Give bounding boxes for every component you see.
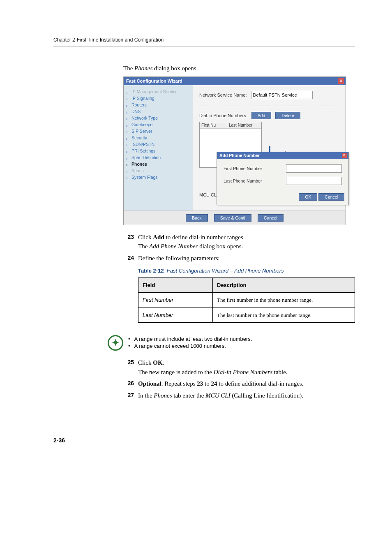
dialin-numbers-label: Dial-in Phone Numbers: [199, 113, 247, 118]
cell-field: First Number [138, 293, 213, 308]
nav-label: Network Type [131, 116, 158, 120]
popup-title: Add Phone Number [219, 153, 260, 158]
text: (Calling Line Identification). [231, 392, 303, 399]
last-phone-input[interactable] [286, 177, 342, 185]
col-last-number: Last Number [227, 122, 261, 128]
col-description: Description [213, 278, 355, 293]
intro-text: The Phones dialog box opens. [123, 64, 355, 73]
text: The new range is added to the [138, 369, 214, 375]
wizard-main: Network Service Name: Dial-in Phone Numb… [193, 85, 346, 210]
text-em: Phones [134, 65, 152, 72]
nav-label: SIP Server [131, 129, 152, 134]
table-row: Last Number The last number in the phone… [138, 308, 355, 323]
delete-button[interactable]: Delete [275, 112, 300, 119]
window-titlebar: Fast Configuration Wizard × [124, 77, 346, 85]
back-button[interactable]: Back [186, 214, 208, 222]
text: Click [138, 234, 153, 240]
nav-network-type[interactable]: Network Type [125, 115, 191, 121]
add-button[interactable]: Add [251, 112, 272, 119]
chevron-right-icon [126, 143, 129, 146]
step-number: 24 [123, 254, 134, 331]
service-name-label: Network Service Name: [199, 92, 247, 97]
text-bold: Add [153, 234, 164, 240]
nav-label: IP Signaling [131, 96, 154, 101]
chevron-right-icon [126, 90, 129, 93]
nav-pri-settings[interactable]: PRI Settings [125, 148, 191, 154]
text: The [138, 243, 149, 250]
service-name-input[interactable] [251, 91, 313, 99]
text-bold: OK [153, 359, 162, 366]
step-number: 23 [123, 233, 134, 251]
nav-phones[interactable]: Phones [125, 161, 191, 167]
nav-security[interactable]: Security [125, 134, 191, 141]
chevron-right-icon [126, 162, 129, 165]
text: to define additional dial-in ranges. [217, 380, 304, 387]
nav-label: Routers [131, 102, 147, 107]
screenshot-wizard: Fast Configuration Wizard × IP Managemen… [123, 76, 345, 225]
table-caption: Table 2-12 Fast Configuration Wizard – A… [138, 267, 355, 275]
nav-routers[interactable]: Routers [125, 102, 191, 108]
nav-dns[interactable]: DNS [125, 108, 191, 115]
chevron-right-icon [126, 103, 129, 106]
step-24: 24 Define the following parameters: Tabl… [123, 254, 355, 331]
cell-desc: The last number in the phone number rang… [213, 308, 355, 323]
wizard-footer: Back Save & Conti Cancel [124, 210, 346, 225]
note-icon: ✦ [108, 335, 123, 351]
nav-ip-management[interactable]: IP Management Service [125, 88, 191, 95]
nav-ip-signaling[interactable]: IP Signaling [125, 95, 191, 102]
close-icon[interactable]: × [342, 153, 347, 158]
window-title: Fast Configuration Wizard [126, 79, 182, 83]
header-divider [53, 46, 355, 47]
text: to [203, 380, 211, 387]
chevron-right-icon [126, 176, 129, 178]
chevron-right-icon [126, 116, 129, 119]
chevron-right-icon [126, 130, 129, 132]
note-item: A range cannot exceed 1000 numbers. [128, 343, 252, 349]
text: . [163, 359, 164, 366]
nav-gatekeeper[interactable]: Gatekeeper [125, 121, 191, 128]
nav-label: IP Management Service [131, 89, 178, 94]
chevron-right-icon [126, 149, 129, 152]
nav-sip-server[interactable]: SIP Server [125, 128, 191, 134]
step-number: 27 [123, 391, 134, 400]
nav-label: Phones [131, 162, 147, 166]
text: Define the following parameters: [138, 254, 355, 263]
step-number: 25 [123, 358, 134, 377]
cancel-button[interactable]: Cancel [258, 214, 284, 222]
table-title: Fast Configuration Wizard – Add Phone Nu… [167, 268, 284, 274]
nav-label: System Flags [131, 175, 158, 180]
chevron-right-icon [126, 169, 129, 172]
nav-spans[interactable]: Spans [125, 167, 191, 174]
cell-desc: The first number in the phone number ran… [213, 293, 355, 308]
table-number: Table 2-12 [138, 268, 164, 274]
nav-system-flags[interactable]: System Flags [125, 174, 191, 180]
add-phone-number-dialog: Add Phone Number × First Phone Number La… [217, 152, 349, 205]
text: tab enter the [172, 392, 206, 399]
nav-label: Span Definition [131, 155, 161, 160]
close-icon[interactable]: × [338, 78, 344, 84]
note-item: A range must include at least two dial-i… [128, 336, 252, 342]
note-block: ✦ A range must include at least two dial… [108, 335, 355, 351]
nav-isdn-pstn[interactable]: ISDN/PSTN [125, 141, 191, 148]
text-em: Add Phone Number [149, 243, 198, 250]
text-bold: Optional [138, 380, 161, 387]
save-continue-button[interactable]: Save & Conti [214, 214, 251, 222]
text: . Repeat steps [161, 380, 197, 387]
page-number: 2-36 [53, 437, 355, 444]
text: In the [138, 392, 154, 399]
text: Click [138, 359, 153, 366]
step-26: 26 Optional. Repeat steps 23 to 24 to de… [123, 379, 355, 388]
cancel-button[interactable]: Cancel [318, 193, 344, 201]
chevron-right-icon [126, 156, 129, 159]
step-23: 23 Click Add to define dial-in number ra… [123, 233, 355, 251]
chevron-right-icon [126, 136, 129, 139]
first-phone-input[interactable] [286, 164, 342, 173]
ok-button[interactable]: OK [299, 193, 317, 201]
nav-label: ISDN/PSTN [131, 142, 154, 147]
text-em: MCU CLI [205, 392, 230, 399]
nav-label: Spans [131, 168, 144, 173]
nav-span-definition[interactable]: Span Definition [125, 154, 191, 161]
text-bold: 23 [197, 380, 203, 387]
text-bold: 24 [211, 380, 217, 387]
nav-label: PRI Settings [131, 148, 155, 153]
